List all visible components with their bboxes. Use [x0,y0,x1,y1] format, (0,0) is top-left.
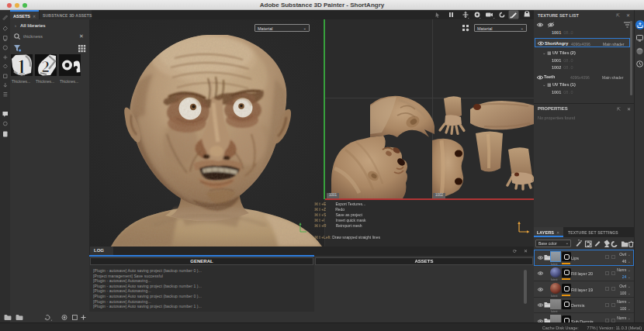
svg-text:Thicknes...: Thicknes... [60,79,78,84]
svg-text:1: 1 [16,55,27,78]
svg-text:Thicknes...: Thicknes... [36,79,54,84]
svg-text:Thicknes...: Thicknes... [12,79,30,84]
svg-text:2: 2 [42,57,50,76]
